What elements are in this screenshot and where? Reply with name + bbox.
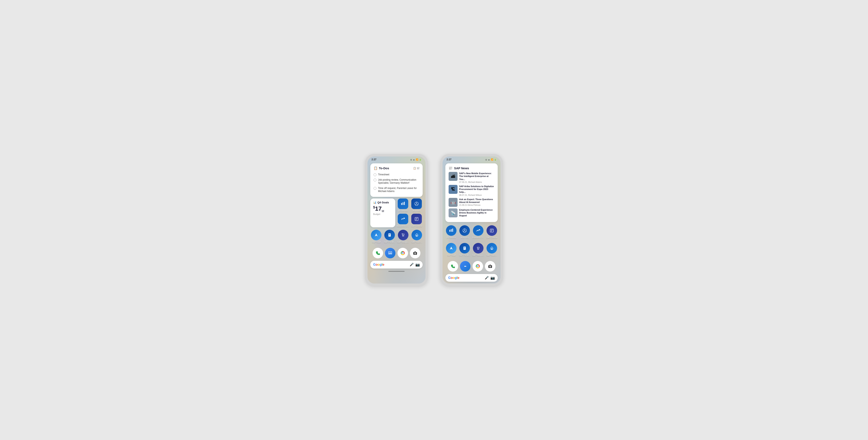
dock-chrome-left[interactable] (398, 248, 408, 258)
app-business-left[interactable]: Business O... (397, 214, 409, 227)
svg-point-22 (415, 253, 415, 254)
status-icon-signal-bars: 📶 (416, 158, 418, 161)
app-icon-business-right (473, 225, 484, 236)
todo-item-2[interactable]: Job posting review, Communication Specia… (374, 177, 420, 186)
status-time-right: 2:27 (446, 158, 452, 161)
todo-item-3[interactable]: Time off request, Parental Leave for Mic… (374, 186, 420, 194)
dock-right (442, 260, 500, 273)
app-icon-staff-left (371, 230, 381, 240)
svg-point-9 (402, 236, 403, 236)
dock-icon-messages-left (385, 248, 396, 258)
app-label-bi-right: BI Service (446, 237, 456, 239)
app-analytics-right[interactable]: Analytics (459, 225, 470, 239)
news-thumb-4: 📡 (448, 208, 458, 217)
status-icons-right: ◎ ▲ 📶 🔋 (485, 158, 496, 161)
todo-checkbox-1[interactable] (374, 173, 376, 176)
app-staff-right[interactable]: SAP Staff (445, 243, 457, 257)
app-icon-staff-right (446, 243, 457, 254)
todos-badge-icon: 📋 (413, 167, 416, 170)
dock-phone-left[interactable] (373, 248, 383, 258)
app-business-right[interactable]: Business O... (472, 225, 484, 239)
svg-point-33 (477, 249, 478, 250)
app-staff-left[interactable]: SAP Staff (370, 230, 382, 243)
todo-item-1[interactable]: Timesheet (374, 172, 420, 177)
home-bar-left (389, 271, 405, 272)
dock-camera-right[interactable] (485, 261, 495, 271)
search-lens-right[interactable]: 📷 (490, 275, 495, 280)
app-icon-fiori-left (384, 230, 395, 240)
dock-chrome-right[interactable] (472, 261, 483, 271)
app-label-fiori-right: SAP Fio M... (459, 254, 470, 257)
svg-point-12 (390, 253, 391, 253)
app-label-business-right: Business O... (472, 237, 484, 239)
news-item-1[interactable]: 🏙 SAP's New Mobile Experience: The Intel… (448, 172, 494, 183)
search-lens-left[interactable]: 📷 (415, 262, 420, 267)
dock-icon-chrome-left (398, 248, 408, 258)
dock-camera-left[interactable] (410, 248, 421, 258)
dock-icon-camera-left (410, 248, 421, 258)
status-icon-wifi-right: ▲ (488, 158, 490, 161)
todo-checkbox-3[interactable] (374, 187, 376, 190)
svg-rect-31 (464, 247, 465, 248)
news-text-2: SAP Ariba Solutions to Digitalize Procur… (459, 185, 494, 196)
search-mic-left[interactable]: 🎤 (410, 263, 414, 266)
app-icon-concur-right (487, 225, 497, 236)
status-icon-signal-right: ◎ (485, 158, 487, 161)
svg-point-34 (478, 249, 479, 250)
todo-checkbox-2[interactable] (374, 179, 376, 181)
svg-rect-24 (450, 230, 450, 232)
app-successfactors-right[interactable]: SAP Succ... (486, 243, 498, 257)
news-text-1: SAP's New Mobile Experience: The Intelli… (459, 172, 494, 183)
app-label-concur-left: SAP Concur (411, 225, 422, 227)
app-bi-right[interactable]: BI Service (445, 225, 457, 239)
svg-rect-8 (389, 235, 390, 235)
app-icon-shopping-right (473, 243, 484, 254)
app-label-business-left: Business O... (397, 225, 409, 227)
app-row1-right: BI Service Analytics (442, 224, 500, 240)
news-icon: 📰 (448, 166, 453, 170)
app-successfactors-left[interactable]: SAP Succ... (411, 230, 423, 243)
app-label-successfactors-left: SAP Succ... (411, 241, 422, 243)
app-label-shopping-left: SAP Shopp... (397, 241, 409, 243)
svg-marker-29 (450, 246, 453, 250)
dock-icon-camera-right (485, 261, 495, 271)
status-icon-battery-right: 🔋 (494, 158, 496, 161)
news-item-4[interactable]: 📡 Employee-Centered Experience Drives Bu… (448, 208, 494, 217)
app-bi-service-left[interactable]: BI Service (397, 199, 409, 212)
news-item-2[interactable]: 🏗 SAP Ariba Solutions to Digitalize Proc… (448, 185, 494, 196)
app-icon-fiori-right (459, 243, 470, 254)
app-label-analytics-left: Analytics (412, 210, 421, 212)
news-item-3[interactable]: 🤖 Ask an Expert: Three Questions About A… (448, 198, 494, 207)
app-fiori-right[interactable]: SAP Fio M... (459, 243, 470, 257)
news-title-right: SAP News (454, 167, 469, 170)
app-analytics-left[interactable]: Analytics (411, 199, 423, 212)
q4-icon: 📊 (373, 201, 376, 204)
home-indicator-right (442, 283, 500, 284)
svg-point-10 (403, 236, 404, 236)
status-icons-left: ◎ ▲ 📶 🔋 (410, 158, 422, 161)
dock-messages-left[interactable] (385, 248, 396, 258)
app-concur-left[interactable]: SAP Concur (411, 214, 423, 227)
search-bar-left[interactable]: Google 🎤 📷 (370, 261, 423, 268)
app-icon-bi-service-left (398, 199, 408, 209)
dock-phone-right[interactable] (447, 261, 458, 271)
phone-right: 2:27 ◎ ▲ 📶 🔋 📰 SAP News 🏙 (440, 154, 503, 286)
app-shopping-left[interactable]: SAP Shopp... (397, 230, 409, 243)
status-bar-right: 2:27 ◎ ▲ 📶 🔋 (442, 156, 500, 162)
app-fiori-left[interactable]: SAP Fio M... (384, 230, 396, 243)
google-g-left: Google (373, 263, 384, 266)
search-mic-right[interactable]: 🎤 (485, 276, 489, 280)
app-label-staff-right: SAP Staff (447, 254, 456, 257)
phones-container: 2:27 ◎ ▲ 📶 🔋 📋 To-Dos 📋 12 (365, 154, 503, 286)
app-concur-right[interactable]: SAP Concur (486, 225, 498, 239)
dock-messages-right[interactable] (460, 261, 470, 271)
svg-point-13 (391, 253, 391, 253)
news-text-4: Employee-Centered Experience Drives Busi… (459, 208, 494, 217)
search-bar-right[interactable]: Google 🎤 📷 (445, 274, 498, 282)
news-text-3: Ask an Expert: Three Questions About AI … (459, 198, 494, 206)
app-shopping-right[interactable]: SAP Shopp... (472, 243, 484, 257)
svg-point-37 (465, 266, 466, 267)
app-row2-right: SAP Staff SAP Fio M... (442, 241, 500, 258)
svg-rect-32 (464, 248, 465, 248)
app-label-staff-left: SAP Staff (372, 241, 381, 243)
